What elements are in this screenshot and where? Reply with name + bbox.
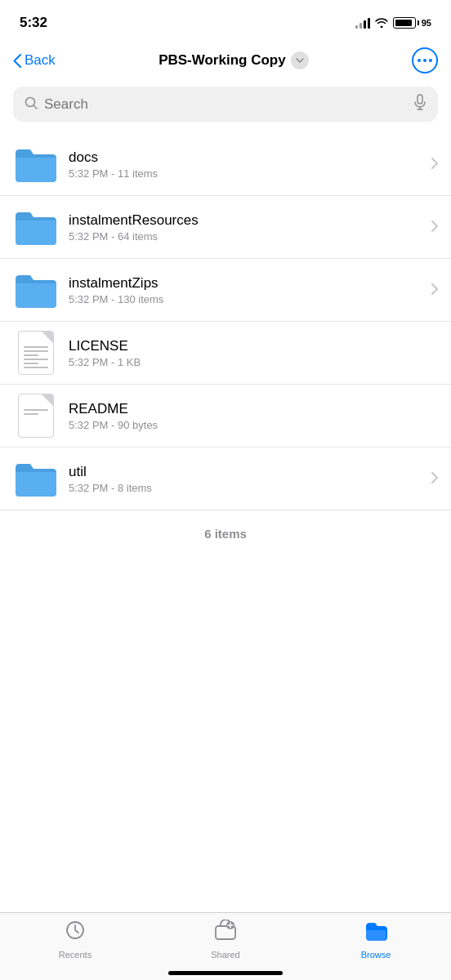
list-item[interactable]: docs 5:32 PM - 11 items bbox=[0, 133, 451, 196]
file-name: util bbox=[69, 464, 425, 480]
chevron-left-icon bbox=[13, 54, 21, 68]
back-button[interactable]: Back bbox=[13, 52, 56, 69]
file-name: LICENSE bbox=[69, 338, 438, 354]
file-meta: 5:32 PM - 8 items bbox=[69, 482, 425, 494]
navigation-header: Back PBS-Working Copy bbox=[0, 41, 451, 82]
status-time: 5:32 bbox=[20, 15, 47, 31]
file-info: instalmentResources 5:32 PM - 64 items bbox=[69, 212, 425, 243]
items-count: 6 items bbox=[0, 510, 451, 622]
svg-rect-5 bbox=[418, 95, 422, 104]
file-meta: 5:32 PM - 90 bytes bbox=[69, 419, 438, 431]
back-label: Back bbox=[25, 52, 56, 69]
chevron-right-icon bbox=[431, 282, 438, 299]
shared-icon bbox=[214, 920, 237, 947]
folder-icon bbox=[13, 456, 59, 501]
tab-browse[interactable]: Browse bbox=[301, 920, 451, 960]
dropdown-button[interactable] bbox=[291, 51, 309, 69]
list-item[interactable]: README 5:32 PM - 90 bytes bbox=[0, 385, 451, 448]
file-name: instalmentZips bbox=[69, 275, 425, 292]
battery-icon: 95 bbox=[393, 17, 431, 29]
browse-icon bbox=[364, 920, 387, 947]
file-meta: 5:32 PM - 1 KB bbox=[69, 356, 438, 368]
tab-recents-label: Recents bbox=[59, 950, 92, 960]
file-list: docs 5:32 PM - 11 items instalmentResour… bbox=[0, 133, 451, 510]
tab-browse-label: Browse bbox=[361, 950, 391, 960]
chevron-right-icon bbox=[431, 219, 438, 236]
search-bar[interactable] bbox=[13, 87, 438, 122]
file-meta: 5:32 PM - 64 items bbox=[69, 230, 425, 243]
chevron-right-icon bbox=[431, 156, 438, 173]
file-name: instalmentResources bbox=[69, 212, 425, 229]
file-info: util 5:32 PM - 8 items bbox=[69, 464, 425, 494]
more-button[interactable] bbox=[412, 47, 438, 74]
list-item[interactable]: instalmentResources 5:32 PM - 64 items bbox=[0, 196, 451, 259]
signal-icon bbox=[355, 17, 370, 29]
home-indicator bbox=[168, 971, 283, 975]
file-info: README 5:32 PM - 90 bytes bbox=[69, 401, 438, 431]
file-meta: 5:32 PM - 130 items bbox=[69, 293, 425, 305]
document-icon bbox=[13, 330, 59, 376]
recents-icon bbox=[65, 920, 86, 947]
tab-recents[interactable]: Recents bbox=[0, 920, 150, 960]
page-title: PBS-Working Copy bbox=[159, 52, 286, 69]
file-name: docs bbox=[69, 149, 425, 166]
folder-icon bbox=[13, 141, 59, 187]
search-input[interactable] bbox=[44, 96, 407, 113]
svg-point-0 bbox=[418, 59, 421, 62]
tab-shared[interactable]: Shared bbox=[150, 920, 301, 960]
wifi-icon bbox=[375, 18, 388, 28]
svg-point-2 bbox=[429, 59, 432, 62]
folder-icon bbox=[13, 267, 59, 313]
file-meta: 5:32 PM - 11 items bbox=[69, 167, 425, 180]
tab-bar: Recents Shared Browse bbox=[0, 912, 451, 980]
search-container bbox=[13, 87, 438, 122]
document-icon bbox=[13, 393, 59, 439]
file-info: docs 5:32 PM - 11 items bbox=[69, 149, 425, 180]
folder-icon bbox=[13, 204, 59, 250]
list-item[interactable]: LICENSE 5:32 PM - 1 KB bbox=[0, 322, 451, 385]
mic-icon[interactable] bbox=[413, 94, 426, 114]
tab-shared-label: Shared bbox=[211, 950, 239, 960]
chevron-down-icon bbox=[296, 58, 304, 63]
svg-line-4 bbox=[33, 105, 37, 109]
status-icons: 95 bbox=[355, 17, 431, 29]
list-item[interactable]: instalmentZips 5:32 PM - 130 items bbox=[0, 259, 451, 322]
file-info: LICENSE 5:32 PM - 1 KB bbox=[69, 338, 438, 368]
title-group: PBS-Working Copy bbox=[159, 51, 309, 69]
battery-level: 95 bbox=[422, 18, 431, 28]
file-name: README bbox=[69, 401, 438, 417]
list-item[interactable]: util 5:32 PM - 8 items bbox=[0, 448, 451, 510]
chevron-right-icon bbox=[431, 470, 438, 488]
svg-point-1 bbox=[423, 59, 426, 62]
search-icon bbox=[25, 96, 38, 113]
ellipsis-icon bbox=[418, 59, 432, 62]
file-info: instalmentZips 5:32 PM - 130 items bbox=[69, 275, 425, 305]
status-bar: 5:32 95 bbox=[0, 0, 451, 41]
